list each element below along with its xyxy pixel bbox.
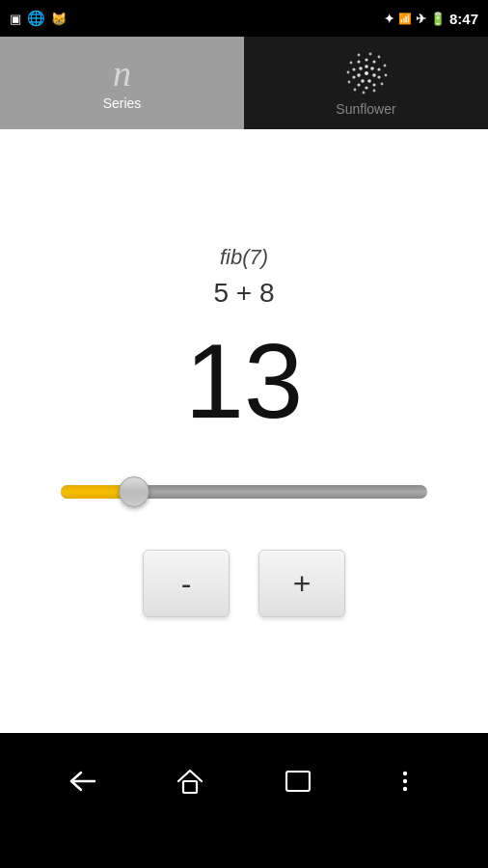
- home-button[interactable]: [166, 757, 214, 805]
- notification-icon-2: 🌐: [27, 10, 45, 27]
- svg-point-21: [384, 74, 387, 77]
- svg-point-2: [370, 67, 374, 70]
- tab-bar: n Series: [0, 37, 488, 129]
- notification-icon-1: ▣: [10, 12, 21, 26]
- airplane-icon: ✈: [416, 12, 426, 26]
- time-display: 8:47: [449, 11, 478, 27]
- addition-label: 5 + 8: [213, 278, 274, 309]
- svg-point-11: [377, 75, 380, 78]
- svg-point-17: [357, 60, 360, 63]
- svg-point-7: [359, 67, 363, 70]
- svg-point-1: [365, 65, 368, 68]
- battery-icon: 🔋: [430, 12, 446, 26]
- decrement-button[interactable]: -: [143, 550, 230, 617]
- svg-point-8: [365, 58, 367, 61]
- formula-label: fib(7): [220, 245, 268, 270]
- svg-point-18: [368, 53, 371, 56]
- svg-point-12: [372, 83, 375, 86]
- svg-point-34: [403, 779, 407, 783]
- svg-point-13: [365, 86, 367, 89]
- series-icon: n: [113, 55, 131, 92]
- svg-point-24: [362, 92, 365, 95]
- status-bar-right: ✦ 📶 ✈ 🔋 8:47: [384, 11, 478, 27]
- signal-icon: 📶: [398, 13, 412, 25]
- back-button[interactable]: [59, 757, 107, 805]
- increment-button[interactable]: +: [258, 550, 345, 617]
- svg-point-22: [380, 83, 383, 86]
- tab-series[interactable]: n Series: [0, 37, 244, 129]
- status-bar-left: ▣ 🌐 😸: [10, 10, 67, 27]
- slider-container[interactable]: [61, 473, 427, 511]
- recents-button[interactable]: [274, 757, 322, 805]
- buttons-row: - +: [143, 550, 345, 617]
- tab-sunflower-label: Sunflower: [336, 101, 395, 117]
- svg-point-4: [367, 79, 371, 83]
- bluetooth-icon: ✦: [384, 12, 394, 26]
- status-bar: ▣ 🌐 😸 ✦ 📶 ✈ 🔋 8:47: [0, 0, 488, 37]
- svg-point-26: [347, 81, 350, 84]
- svg-point-16: [352, 68, 355, 70]
- tab-series-label: Series: [103, 95, 142, 111]
- svg-point-14: [357, 83, 360, 86]
- slider-thumb[interactable]: [119, 476, 149, 507]
- more-button[interactable]: [381, 757, 429, 805]
- notification-icon-3: 😸: [51, 12, 67, 26]
- svg-point-3: [372, 73, 376, 77]
- svg-point-6: [357, 73, 361, 77]
- svg-point-19: [377, 56, 380, 59]
- svg-rect-31: [183, 781, 197, 793]
- tab-sunflower[interactable]: Sunflower: [244, 37, 488, 129]
- nav-bar: [0, 733, 488, 829]
- svg-rect-32: [286, 772, 310, 791]
- svg-point-29: [357, 54, 360, 57]
- svg-point-27: [346, 71, 349, 74]
- svg-point-28: [349, 62, 352, 65]
- result-number: 13: [185, 328, 303, 434]
- svg-point-35: [403, 787, 407, 791]
- svg-point-15: [352, 75, 355, 78]
- svg-point-33: [403, 772, 407, 775]
- slider-track: [61, 485, 427, 499]
- svg-point-10: [377, 68, 380, 70]
- svg-point-9: [372, 60, 375, 63]
- svg-point-25: [353, 89, 356, 92]
- svg-point-23: [372, 90, 375, 93]
- svg-point-5: [361, 79, 365, 83]
- sunflower-icon: [342, 49, 391, 97]
- main-content: fib(7) 5 + 8 13 - +: [0, 129, 488, 733]
- svg-point-0: [365, 71, 368, 75]
- svg-point-20: [383, 65, 386, 68]
